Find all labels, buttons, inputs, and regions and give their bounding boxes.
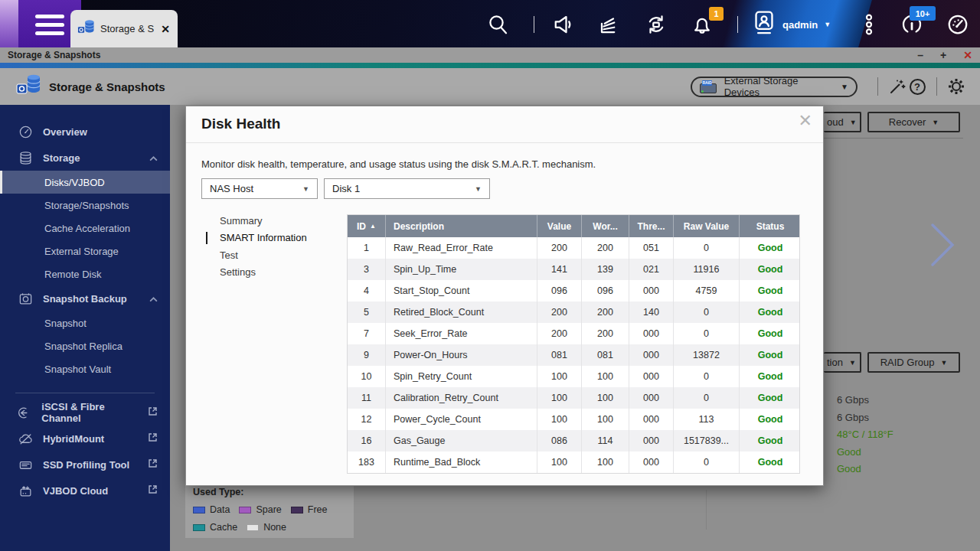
sidebar-item-storage[interactable]: Storage (0, 145, 170, 171)
raid-group-button[interactable]: RAID Group▼ (867, 352, 960, 373)
sidebar-item-storage-snapshots[interactable]: Storage/Snapshots (0, 194, 170, 217)
column-header[interactable]: Description (386, 215, 537, 237)
action-button-partial[interactable]: tion▼ (824, 352, 861, 373)
table-row[interactable]: 5Retired_Block_Count2002001400Good (348, 302, 799, 323)
carousel-next-icon[interactable] (925, 220, 960, 272)
help-icon[interactable]: ? (907, 77, 927, 96)
device-selector-button[interactable]: RAID External Storage Devices ▼ (691, 77, 858, 97)
table-cell: 100 (537, 409, 582, 430)
column-header[interactable]: Value (537, 215, 582, 237)
sidebar-item-overview[interactable]: Overview (0, 119, 170, 145)
tab-close-icon[interactable]: ✕ (159, 23, 172, 35)
table-cell: 021 (629, 259, 674, 280)
column-header[interactable]: Wor... (582, 215, 629, 237)
column-header[interactable]: Thre... (629, 215, 674, 237)
table-cell: 4759 (674, 280, 740, 302)
disk-select[interactable]: Disk 1 ▼ (324, 178, 490, 199)
header-separator (877, 77, 878, 96)
tab-summary[interactable]: Summary (217, 212, 307, 230)
table-cell: 1517839... (674, 430, 740, 452)
table-cell: 100 (537, 452, 582, 473)
topbar-separator (534, 16, 534, 33)
sidebar-item-remote-disk[interactable]: Remote Disk (0, 262, 170, 285)
header-separator (936, 77, 937, 96)
used-type-legend: Used Type: DataSpareFreeCacheNone (185, 484, 354, 538)
user-avatar-icon (752, 10, 776, 39)
table-cell: Seek_Error_Rate (386, 323, 537, 344)
status-value: Good (740, 387, 801, 409)
sidebar-item-cache-acceleration[interactable]: Cache Acceleration (0, 217, 170, 240)
chevron-down-icon: ▼ (940, 359, 947, 367)
column-header[interactable]: Status (740, 215, 801, 237)
table-row[interactable]: 183Runtime_Bad_Block1001000000Good (348, 452, 799, 473)
table-cell: 7 (348, 323, 386, 344)
table-cell: 9 (348, 344, 386, 366)
dialog-close-icon[interactable]: ✕ (799, 111, 812, 131)
table-cell: Start_Stop_Count (386, 280, 537, 302)
table-row[interactable]: 4Start_Stop_Count0960960004759Good (348, 280, 799, 302)
window-close-button[interactable]: ✕ (963, 47, 972, 63)
chevron-up-icon[interactable] (149, 152, 158, 164)
table-cell: 0 (674, 387, 740, 409)
legend-item-spare: Spare (239, 504, 281, 515)
dialog-description: Monitor disk health, temperature, and us… (201, 158, 596, 170)
table-row[interactable]: 16Gas_Gauge0861140001517839...Good (348, 430, 799, 452)
window-minimize-button[interactable]: – (917, 47, 923, 63)
user-menu[interactable]: qadmin ▼ (752, 11, 831, 38)
table-cell: Power_Cycle_Count (386, 409, 537, 430)
background-tasks-icon[interactable] (598, 13, 621, 36)
sync-backup-icon[interactable] (645, 13, 668, 36)
sidebar-item-iscsi-fibre-channel[interactable]: iSCSI & Fibre Channel (0, 399, 170, 425)
search-icon[interactable] (487, 13, 510, 36)
ssd-icon (17, 458, 34, 472)
app-tab-storage-snapshots[interactable]: Storage & S... ✕ (70, 10, 178, 47)
table-cell: 100 (582, 409, 629, 430)
sidebar-item-snapshot-vault[interactable]: Snapshot Vault (0, 357, 170, 380)
announcement-icon[interactable] (553, 13, 576, 36)
app-header-icon (15, 73, 41, 99)
table-cell: 16 (348, 430, 386, 452)
tab-test[interactable]: Test (217, 246, 307, 264)
sidebar-item-label: Cache Acceleration (44, 223, 130, 234)
column-header[interactable]: Raw Value (674, 215, 740, 237)
sidebar-item-external-storage[interactable]: External Storage (0, 240, 170, 262)
table-cell: 113 (674, 409, 740, 430)
sidebar-item-label: Overview (43, 126, 87, 138)
table-row[interactable]: 10Spin_Retry_Count1001000000Good (348, 366, 799, 387)
table-row[interactable]: 3Spin_Up_Time14113902111916Good (348, 259, 799, 280)
sidebar-item-snapshot[interactable]: Snapshot (0, 311, 170, 334)
tab-smart-information[interactable]: SMART Information (217, 230, 307, 247)
sidebar-item-snapshot-replica[interactable]: Snapshot Replica (0, 334, 170, 357)
sidebar-item-ssd-profiling-tool[interactable]: SSD Profiling Tool (0, 452, 170, 478)
chevron-down-icon: ▼ (849, 359, 856, 367)
app-title: Storage & Snapshots (49, 80, 691, 93)
column-header[interactable]: ID▲ (348, 215, 386, 237)
table-cell: 0 (674, 452, 740, 473)
sidebar-item-vjbod-cloud[interactable]: VJBOD Cloud (0, 478, 170, 504)
wizard-wand-icon[interactable] (887, 77, 907, 96)
dashboard-icon[interactable] (946, 13, 969, 36)
legend-swatch (193, 507, 205, 514)
raid-device-icon: RAID (700, 80, 718, 93)
table-cell: 200 (537, 323, 582, 344)
kebab-menu-icon[interactable] (858, 13, 880, 36)
chevron-down-icon: ▼ (475, 185, 482, 193)
table-row[interactable]: 1Raw_Read_Error_Rate2002000510Good (348, 237, 799, 259)
window-maximize-button[interactable]: + (940, 47, 946, 63)
sidebar-item-snapshot-backup[interactable]: Snapshot Backup (0, 285, 170, 311)
table-cell: 140 (629, 302, 674, 323)
table-row[interactable]: 11Calibration_Retry_Count1001000000Good (348, 387, 799, 409)
nas-host-select[interactable]: NAS Host ▼ (201, 178, 318, 199)
table-row[interactable]: 12Power_Cycle_Count100100000113Good (348, 409, 799, 430)
table-row[interactable]: 9Power-On_Hours08108100013872Good (348, 344, 799, 366)
tab-settings[interactable]: Settings (217, 264, 307, 282)
table-row[interactable]: 7Seek_Error_Rate2002000000Good (348, 323, 799, 344)
cloud-button-partial[interactable]: oud▼ (824, 112, 861, 132)
sidebar-item-disks-vjbod[interactable]: Disks/VJBOD (0, 171, 170, 194)
recover-button[interactable]: Recover▼ (867, 112, 960, 132)
sidebar-item-label: Snapshot Replica (44, 341, 122, 352)
chevron-up-icon[interactable] (149, 293, 158, 305)
external-link-icon (148, 484, 158, 497)
settings-gear-icon[interactable] (946, 77, 966, 96)
sidebar-item-hybridmount[interactable]: HybridMount (0, 425, 170, 452)
